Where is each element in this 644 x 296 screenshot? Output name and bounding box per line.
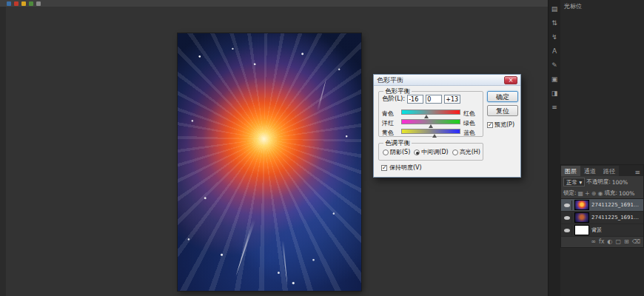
shadows-radio[interactable] (383, 149, 389, 155)
yellow-blue-track[interactable] (401, 129, 460, 134)
new-layer-icon[interactable]: ⊞ (624, 237, 629, 247)
visibility-eye-icon[interactable] (563, 226, 572, 235)
visibility-eye-icon[interactable] (563, 201, 572, 210)
app-icon-red[interactable] (14, 1, 19, 6)
cyan-red-slider: 青色 红色 (382, 108, 481, 118)
midtones-label: 中间调(D) (421, 148, 448, 156)
swap-tool-icon[interactable]: ⇅ (550, 18, 560, 28)
magenta-green-slider: 洋红 绿色 (382, 118, 481, 127)
highlights-label: 高光(H) (460, 148, 480, 156)
level-input-2[interactable] (426, 95, 442, 104)
layer-thumbnail[interactable] (574, 200, 589, 210)
panel-header-text: 光标位 (560, 0, 644, 13)
visibility-eye-icon[interactable] (563, 213, 572, 223)
midtones-radio[interactable] (414, 149, 420, 155)
keep-luminosity-label: 保持明度(V) (389, 164, 422, 172)
layer-row-top[interactable]: 27411225_169158335000_2 副本 (561, 199, 643, 212)
link-layers-icon[interactable]: ∞ (591, 237, 596, 247)
fill-value[interactable]: 100% (619, 190, 634, 197)
magenta-green-track[interactable] (401, 119, 460, 124)
lock-pixels-icon[interactable]: + (585, 190, 590, 197)
close-icon[interactable]: × (504, 76, 517, 84)
artwork-image (178, 33, 361, 291)
layer-list: 27411225_169158335000_2 副本 27411225_1691… (561, 198, 643, 237)
tab-channels[interactable]: 通道 (580, 166, 600, 176)
blend-mode-value: 正常 (566, 179, 577, 186)
shape-tool-icon[interactable]: ▣ (550, 75, 560, 84)
app-icon-gray[interactable] (36, 1, 41, 6)
tone-balance-group-label: 色调平衡 (383, 139, 412, 148)
tab-layers[interactable]: 图层 (561, 166, 580, 176)
preview-label: 预览(P) (494, 121, 514, 129)
lock-transparency-icon[interactable]: ▦ (578, 190, 584, 197)
artwork-streak (314, 77, 330, 112)
layer-name: 27411225_169158335000_2 (591, 215, 642, 221)
cyan-label: 青色 (382, 110, 394, 118)
grid-tool-icon[interactable]: ▤ (550, 4, 560, 14)
level-input-3[interactable] (444, 95, 460, 104)
level-input-1[interactable] (407, 95, 423, 104)
blue-label: 蓝色 (463, 129, 475, 137)
levels-row: 色阶(L): (382, 95, 460, 104)
menu-tool-icon[interactable]: ≡ (550, 103, 560, 112)
artwork-streak (231, 218, 259, 278)
panel-tool-icon[interactable]: ◨ (550, 89, 560, 98)
chevron-down-icon: ▾ (579, 179, 582, 186)
layers-tab-bar: 图层 通道 路径 ≡ (561, 165, 643, 176)
dialog-title: 色彩平衡 (377, 75, 504, 85)
layer-thumbnail[interactable] (574, 225, 589, 235)
lock-fill-row: 锁定: ▦ + ⊕ ◉ 填充: 100% (561, 188, 643, 198)
tab-paths[interactable]: 路径 (600, 166, 619, 176)
pen-tool-icon[interactable]: ✎ (550, 61, 560, 70)
green-label: 绿色 (463, 119, 475, 127)
levels-label: 色阶(L): (382, 95, 405, 104)
tone-balance-group: 色调平衡 阴影(S) 中间调(D) 高光(H) (378, 143, 483, 161)
layer-thumbnail[interactable] (574, 212, 589, 223)
app-icon-blue[interactable] (7, 1, 11, 6)
yellow-blue-slider: 黄色 蓝色 (382, 127, 481, 137)
dialog-titlebar[interactable]: 色彩平衡 × (374, 75, 520, 86)
midtones-option[interactable]: 中间调(D) (414, 148, 448, 156)
keep-luminosity-checkbox[interactable] (381, 165, 387, 171)
color-balance-dialog: 色彩平衡 × 色彩平衡 色阶(L): 青色 红色 洋红 绿色 黄色 蓝色 (373, 74, 521, 178)
layer-mask-icon[interactable]: ▢ (615, 237, 621, 247)
panel-menu-icon[interactable]: ≡ (631, 169, 643, 176)
opacity-label: 不透明度: (586, 178, 611, 186)
right-panel: 光标位 图层 通道 路径 ≡ 正常 ▾ 不透明度: 100% 锁定: ▦ + ⊕… (560, 0, 644, 296)
highlights-option[interactable]: 高光(H) (452, 148, 480, 156)
magenta-label: 洋红 (382, 119, 394, 127)
opacity-value[interactable]: 100% (612, 179, 628, 186)
layer-row-background[interactable]: 背景 (561, 224, 643, 237)
preview-option[interactable]: 预览(P) (487, 121, 514, 129)
ok-button[interactable]: 确定 (487, 91, 518, 102)
layer-name: 背景 (591, 226, 642, 234)
shadows-option[interactable]: 阴影(S) (383, 148, 410, 156)
keep-luminosity-option[interactable]: 保持明度(V) (381, 164, 422, 172)
fill-label: 填充: (604, 189, 617, 197)
blend-opacity-row: 正常 ▾ 不透明度: 100% (561, 176, 643, 188)
app-icon-green[interactable] (29, 1, 33, 6)
slider-thumb-icon[interactable] (432, 134, 437, 138)
type-tool-icon[interactable]: A (550, 47, 560, 56)
red-label: 红色 (463, 110, 475, 118)
left-edge-strip (0, 7, 6, 296)
layer-row-middle[interactable]: 27411225_169158335000_2 (561, 212, 643, 224)
lock-position-icon[interactable]: ⊕ (591, 190, 597, 197)
yellow-label: 黄色 (382, 129, 394, 137)
preview-checkbox[interactable] (487, 122, 493, 128)
cyan-red-track[interactable] (401, 110, 460, 115)
layer-effects-icon[interactable]: fx (599, 237, 605, 247)
highlights-radio[interactable] (452, 149, 458, 155)
layer-name: 27411225_169158335000_2 副本 (591, 201, 642, 209)
app-icon-yellow[interactable] (21, 1, 26, 6)
reset-button[interactable]: 复位 (487, 105, 518, 116)
tone-options-row: 阴影(S) 中间调(D) 高光(H) (383, 148, 480, 156)
shadows-label: 阴影(S) (390, 148, 410, 156)
lock-label: 锁定: (563, 189, 577, 197)
artwork-streak (279, 240, 291, 286)
arrow-tool-icon[interactable]: ↯ (550, 33, 560, 42)
delete-layer-icon[interactable]: ⌫ (632, 237, 640, 247)
adjustment-layer-icon[interactable]: ◐ (607, 237, 612, 247)
blend-mode-select[interactable]: 正常 ▾ (563, 178, 585, 186)
lock-all-icon[interactable]: ◉ (598, 190, 603, 197)
